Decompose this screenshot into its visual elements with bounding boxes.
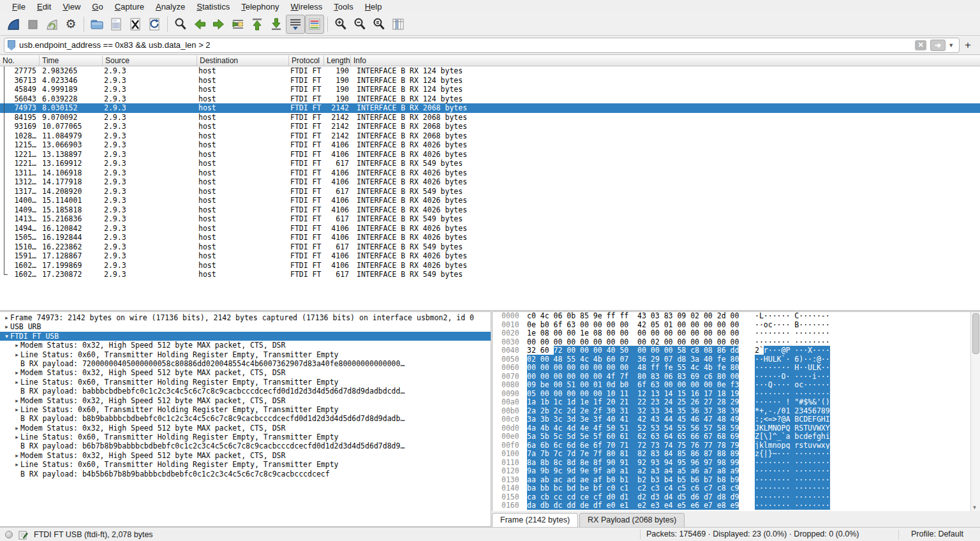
find-packet-button[interactable] [171, 15, 190, 34]
go-first-button[interactable] [248, 15, 267, 34]
packet-row[interactable]: 1221…13.1699122.9.3hostFTDI FT617INTERFA… [0, 159, 980, 168]
bookmark-icon[interactable] [8, 40, 15, 50]
resize-columns-button[interactable] [389, 15, 408, 34]
hex-row[interactable]: 00d04a 4b 4c 4d 4e 4f 50 51 52 53 54 55 … [493, 424, 980, 433]
expander-collapsed-icon[interactable]: ▸ [13, 405, 20, 414]
menu-help[interactable]: Help [359, 1, 388, 13]
hex-row[interactable]: 00201e 08 00 00 1e 08 00 00 00 00 00 00 … [493, 329, 980, 338]
detail-row[interactable]: B RX payload: b6b7b8b9babbbcbdbebfc0c1c2… [0, 441, 491, 450]
zoom-normal-button[interactable] [369, 15, 389, 34]
expander-collapsed-icon[interactable]: ▸ [13, 341, 20, 350]
packet-row[interactable]: 1221…13.1388972.9.3hostFTDI FT4106INTERF… [0, 150, 980, 159]
detail-row[interactable]: ▾FTDI FT USB [0, 332, 491, 341]
hex-row[interactable]: 004032 60 72 00 00 00 40 50 00 00 00 58 … [493, 346, 980, 355]
hex-row[interactable]: 0140ba bb bc bd be bf c0 c1 c2 c3 c4 c5 … [493, 484, 980, 493]
detail-row[interactable]: ▸Line Status: 0x60, Transmitter Holding … [0, 460, 491, 469]
bytes-scrollbar[interactable]: ▼ [970, 312, 980, 511]
filter-dropdown-caret-icon[interactable]: ▼ [948, 42, 954, 48]
tab-rx-payload-2068-bytes-[interactable]: RX Payload (2068 bytes) [579, 513, 685, 527]
expander-collapsed-icon[interactable]: ▸ [13, 350, 20, 359]
open-file-button[interactable] [87, 15, 107, 34]
packet-row[interactable]: 1400…15.1140012.9.3hostFTDI FT4106INTERF… [0, 196, 980, 205]
expander-expanded-icon[interactable]: ▾ [3, 332, 10, 341]
detail-row[interactable]: ▸Line Status: 0x60, Transmitter Holding … [0, 378, 491, 387]
hex-row[interactable]: 00c03a 3b 3c 3d 3e 3f 40 41 42 43 44 45 … [493, 415, 980, 424]
packet-row[interactable]: 1311…14.1069182.9.3hostFTDI FT4106INTERF… [0, 168, 980, 178]
capture-options-button[interactable]: ⚙ [61, 15, 80, 34]
scrollbar-down-arrow-icon[interactable]: ▼ [973, 505, 976, 510]
menu-file[interactable]: File [6, 1, 31, 13]
packet-row[interactable]: 1505…16.1928442.9.3hostFTDI FT4106INTERF… [0, 233, 980, 242]
expander-collapsed-icon[interactable]: ▸ [13, 451, 20, 460]
packet-row[interactable]: 749738.0301522.9.3hostFTDI FT2142INTERFA… [0, 103, 980, 113]
menu-view[interactable]: View [57, 1, 86, 13]
packet-row[interactable]: 1494…16.1208422.9.3hostFTDI FT4106INTERF… [0, 224, 980, 233]
menu-edit[interactable]: Edit [31, 1, 57, 13]
detail-row[interactable]: ▸Modem Status: 0x32, High Speed 512 byte… [0, 368, 491, 377]
detail-row[interactable]: ▸USB URB [0, 322, 491, 331]
hex-row[interactable]: 0000c0 4c 06 0b 85 9e ff ff 43 03 83 09 … [493, 312, 980, 321]
colorize-button[interactable] [305, 15, 324, 34]
menu-wireless[interactable]: Wireless [285, 1, 329, 13]
packet-row[interactable]: 458494.9991892.9.3hostFTDI FT190INTERFAC… [0, 85, 980, 94]
detail-row[interactable]: ▸Frame 74973: 2142 bytes on wire (17136 … [0, 313, 491, 322]
status-profile[interactable]: Profile: Default [911, 530, 963, 538]
hex-row[interactable]: 003000 00 00 00 00 00 00 00 00 02 00 00 … [493, 338, 980, 347]
packet-row[interactable]: 9316910.0770652.9.3hostFTDI FT2142INTERF… [0, 122, 980, 131]
menu-go[interactable]: Go [86, 1, 108, 13]
tab-frame-2142-bytes-[interactable]: Frame (2142 bytes) [492, 513, 578, 527]
packet-row[interactable]: 841959.0700922.9.3hostFTDI FT2142INTERFA… [0, 113, 980, 122]
filter-expression[interactable]: usb.endpoint_address == 0x83 && usb.data… [19, 40, 915, 50]
filter-apply-icon[interactable]: ➜ [930, 40, 946, 51]
column-header-source[interactable]: Source [103, 56, 197, 66]
column-header-time[interactable]: Time [40, 56, 103, 66]
column-header-no[interactable]: No. [0, 56, 40, 66]
expander-collapsed-icon[interactable]: ▸ [13, 368, 20, 377]
detail-row[interactable]: ▸Modem Status: 0x32, High Speed 512 byte… [0, 451, 491, 460]
packet-row[interactable]: 367134.0233462.9.3hostFTDI FT190INTERFAC… [0, 76, 980, 85]
hex-row[interactable]: 01007a 7b 7c 7d 7e 7f 80 81 82 83 84 85 … [493, 450, 980, 459]
column-header-length[interactable]: Length [324, 56, 351, 66]
restart-capture-button[interactable] [42, 15, 61, 34]
hex-row[interactable]: 007000 00 00 00 00 00 4f 7f 80 83 06 83 … [493, 373, 980, 382]
detail-row[interactable]: ▸Line Status: 0x60, Transmitter Holding … [0, 433, 491, 441]
zoom-in-button[interactable] [331, 15, 350, 34]
hex-row[interactable]: 00e05a 5b 5c 5d 5e 5f 60 61 62 63 64 65 … [493, 433, 980, 441]
detail-row[interactable]: ▸Modem Status: 0x32, High Speed 512 byte… [0, 341, 491, 350]
packet-row[interactable]: 1510…16.2238622.9.3hostFTDI FT617INTERFA… [0, 242, 980, 252]
filter-clear-icon[interactable]: ✕ [915, 40, 926, 50]
hex-row[interactable]: 006000 00 00 00 00 00 00 00 48 ff fe 55 … [493, 364, 980, 373]
menu-tools[interactable]: Tools [328, 1, 359, 13]
detail-row[interactable]: ▸Modem Status: 0x32, High Speed 512 byte… [0, 424, 491, 433]
hex-row[interactable]: 0130aa ab ac ad ae af b0 b1 b2 b3 b4 b5 … [493, 476, 980, 485]
hex-row[interactable]: 00100e b0 6f 63 00 00 00 00 42 05 01 00 … [493, 321, 980, 330]
go-to-packet-button[interactable] [228, 15, 248, 34]
stop-capture-button[interactable] [23, 15, 42, 34]
column-header-info[interactable]: Info [351, 56, 980, 66]
hex-row[interactable]: 00f06a 6b 6c 6d 6e 6f 70 71 72 73 74 75 … [493, 441, 980, 450]
detail-row[interactable]: ▸Modem Status: 0x32, High Speed 512 byte… [0, 396, 491, 405]
packet-row[interactable]: 1591…17.1288672.9.3hostFTDI FT4106INTERF… [0, 251, 980, 261]
hex-row[interactable]: 00a01a 1b 1c 1d 1e 1f 20 21 22 23 24 25 … [493, 398, 980, 407]
column-header-protocol[interactable]: Protocol [289, 56, 324, 66]
filter-add-button[interactable]: + [960, 39, 976, 52]
save-file-button[interactable] [107, 15, 126, 34]
hex-row[interactable]: 00b02a 2b 2c 2d 2e 2f 30 31 32 33 34 35 … [493, 407, 980, 416]
packet-row[interactable]: 560436.0392282.9.3hostFTDI FT190INTERFAC… [0, 94, 980, 104]
detail-row[interactable]: B RX payload: babbbcbdbebfc0c1c2c3c4c5c6… [0, 387, 491, 396]
auto-scroll-button[interactable] [286, 15, 305, 34]
expander-collapsed-icon[interactable]: ▸ [13, 378, 20, 387]
display-filter-input[interactable]: usb.endpoint_address == 0x83 && usb.data… [4, 38, 960, 53]
packet-row[interactable]: 277752.9832652.9.3hostFTDI FT190INTERFAC… [0, 66, 980, 76]
packet-row[interactable]: 1317…14.2089202.9.3hostFTDI FT617INTERFA… [0, 187, 980, 196]
hex-row[interactable]: 0160da db dc dd de df e0 e1 e2 e3 e4 e5 … [493, 501, 980, 510]
scrollbar-thumb[interactable] [972, 313, 979, 354]
detail-row[interactable]: B RX payload: b8b9babbbcbdbebfc0c1c2c3c4… [0, 414, 491, 423]
capture-comment-icon[interactable] [19, 530, 28, 540]
menu-analyze[interactable]: Analyze [150, 1, 191, 13]
packet-row[interactable]: 1602…17.2308722.9.3hostFTDI FT617INTERFA… [0, 270, 980, 279]
expander-collapsed-icon[interactable]: ▸ [13, 396, 20, 405]
start-capture-button[interactable] [4, 15, 23, 34]
expander-collapsed-icon[interactable]: ▸ [13, 460, 20, 469]
packet-row[interactable]: 1215…13.0669032.9.3hostFTDI FT4106INTERF… [0, 140, 980, 150]
